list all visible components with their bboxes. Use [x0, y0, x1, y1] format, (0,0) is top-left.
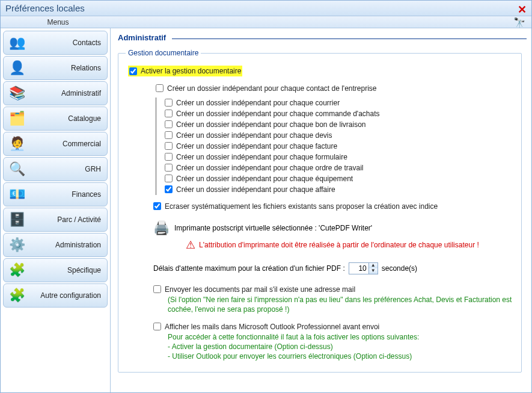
- checkbox-label: Ecraser systématiquement les fichiers ex…: [165, 201, 438, 212]
- checkbox-label: Envoyer les documents par mail s'il exis…: [165, 284, 355, 295]
- checkbox-row-facture: Créer un dossier indépendant pour chaque…: [165, 141, 514, 152]
- contacts-icon: 👥: [7, 33, 26, 52]
- mail-note: (Si l'option "Ne rien faire si l'impress…: [168, 295, 514, 314]
- title-underline: [172, 39, 527, 39]
- checkbox-row-affaire: Créer un dossier indépendant pour chaque…: [165, 184, 514, 195]
- spinner-down-icon[interactable]: ▼: [369, 268, 378, 274]
- specifique-icon: 🧩: [7, 261, 26, 280]
- sidebar-item-label: Administration: [30, 241, 103, 249]
- title-bar: Préférences locales ✕: [1, 1, 531, 16]
- checkbox-send-mail[interactable]: [153, 285, 161, 293]
- checkbox-row-activate: Activer la gestion documentaire: [128, 66, 242, 76]
- sidebar-item-label: Contacts: [30, 39, 103, 47]
- checkbox-per-type[interactable]: [165, 110, 173, 117]
- sidebar-item-label: GRH: [30, 165, 103, 173]
- checkbox-row-bon-livraison: Créer un dossier indépendant pour chaque…: [165, 119, 514, 130]
- checkbox-per-type[interactable]: [165, 175, 173, 182]
- outlook-note-line1: - Activer la gestion documentaire (Optio…: [168, 342, 514, 351]
- checkbox-label: Créer un dossier indépendant pour chaque…: [176, 108, 380, 119]
- sidebar-item-label: Finances: [30, 190, 103, 199]
- checkbox-label: Afficher les mails dans Microsoft Outloo…: [165, 321, 379, 332]
- parc-icon: 🗄️: [7, 210, 26, 229]
- catalogue-icon: 🗂️: [7, 109, 26, 128]
- sidebar-item-relations[interactable]: 👤 Relations: [3, 56, 108, 80]
- close-icon[interactable]: ✕: [518, 3, 527, 16]
- sidebar-item-catalogue[interactable]: 🗂️ Catalogue: [3, 107, 108, 131]
- checkbox-per-type[interactable]: [165, 153, 173, 161]
- printer-warning-row: ⚠ L'attribution d'imprimante doit être r…: [186, 238, 514, 252]
- checkbox-per-type[interactable]: [165, 131, 173, 139]
- sidebar-item-label: Autre configuration: [30, 291, 103, 300]
- checkbox-per-type[interactable]: [165, 142, 173, 150]
- checkbox-label: Créer un dossier indépendant pour chaque…: [176, 130, 332, 141]
- checkbox-row-contact-folder: Créer un dossier indépendant pour chaque…: [156, 83, 514, 94]
- autre-config-icon: 🧩: [7, 286, 26, 305]
- sidebar-item-administratif[interactable]: 📚 Administratif: [3, 81, 108, 105]
- checkbox-row-devis: Créer un dossier indépendant pour chaque…: [165, 130, 514, 141]
- sidebar-item-contacts[interactable]: 👥 Contacts: [3, 31, 108, 55]
- checkbox-per-type[interactable]: [165, 99, 173, 107]
- checkbox-per-type[interactable]: [165, 185, 173, 193]
- search-icon[interactable]: 🔭: [513, 17, 525, 28]
- delay-label-before: Délais d'attente maximum pour la créatio…: [153, 264, 345, 273]
- printer-row: 🖨️ Imprimante postscript virtuelle sélec…: [153, 220, 514, 236]
- sidebar-item-administration[interactable]: ⚙️ Administration: [3, 233, 108, 257]
- warning-icon: ⚠: [186, 238, 195, 252]
- delay-row: Délais d'attente maximum pour la créatio…: [153, 262, 514, 274]
- finances-icon: 💶: [7, 185, 26, 204]
- sidebar-item-label: Relations: [30, 64, 103, 72]
- sidebar-item-finances[interactable]: 💶 Finances: [3, 182, 108, 206]
- sidebar-item-autre-configuration[interactable]: 🧩 Autre configuration: [3, 283, 108, 308]
- grh-icon: 🔍: [7, 159, 26, 179]
- checkbox-label: Créer un dossier indépendant pour chaque…: [176, 173, 353, 184]
- sidebar-item-label: Catalogue: [30, 114, 103, 123]
- sidebar-item-parc-activite[interactable]: 🗄️ Parc / Activité: [3, 208, 108, 232]
- checkbox-row-send-mail: Envoyer les documents par mail s'il exis…: [153, 284, 514, 295]
- sidebar: 👥 Contacts 👤 Relations 📚 Administratif 🗂…: [1, 28, 111, 392]
- checkbox-row-ordre-travail: Créer un dossier indépendant pour chaque…: [165, 162, 514, 173]
- group-gestion-documentaire: Gestion documentaire Activer la gestion …: [118, 49, 522, 373]
- checkbox-row-outlook-preview: Afficher les mails dans Microsoft Outloo…: [153, 321, 514, 332]
- checkbox-overwrite[interactable]: [153, 202, 161, 210]
- group-legend: Gestion documentaire: [126, 49, 201, 57]
- delay-spinner[interactable]: ▲ ▼: [349, 262, 378, 274]
- administratif-icon: 📚: [7, 84, 26, 103]
- page-title: Administratif: [118, 33, 166, 42]
- per-type-block: Créer un dossier indépendant pour chaque…: [156, 97, 514, 195]
- sidebar-item-grh[interactable]: 🔍 GRH: [3, 157, 108, 181]
- printer-icon: 🖨️: [153, 220, 170, 236]
- checkbox-label: Créer un dossier indépendant pour chaque…: [176, 162, 364, 173]
- outlook-note: Pour accéder à cette fonctionnalité il f…: [168, 332, 514, 361]
- sidebar-item-label: Spécifique: [30, 266, 103, 274]
- checkbox-label: Créer un dossier indépendant pour chaque…: [176, 119, 366, 130]
- sidebar-item-specifique[interactable]: 🧩 Spécifique: [3, 258, 108, 282]
- sidebar-item-label: Administratif: [30, 89, 103, 97]
- sidebar-item-label: Parc / Activité: [30, 215, 103, 224]
- main-panel: Administratif Gestion documentaire Activ…: [111, 28, 531, 392]
- checkbox-row-courrier: Créer un dossier indépendant pour chaque…: [165, 97, 514, 108]
- checkbox-activate-gestion[interactable]: [129, 67, 137, 75]
- checkbox-per-type[interactable]: [165, 120, 173, 128]
- checkbox-label: Activer la gestion documentaire: [141, 66, 241, 76]
- checkbox-row-overwrite: Ecraser systématiquement les fichiers ex…: [153, 201, 514, 212]
- outlook-note-title: Pour accéder à cette fonctionnalité il f…: [168, 332, 514, 342]
- checkbox-contact-folder[interactable]: [156, 84, 164, 92]
- menus-button[interactable]: Menus: [5, 18, 111, 26]
- checkbox-row-equipement: Créer un dossier indépendant pour chaque…: [165, 173, 514, 184]
- sidebar-item-label: Commercial: [30, 140, 103, 148]
- sidebar-item-commercial[interactable]: 🧑‍💼 Commercial: [3, 132, 108, 156]
- checkbox-outlook-preview[interactable]: [153, 323, 161, 330]
- delay-input[interactable]: [349, 263, 368, 274]
- menu-bar: Menus 🔭: [1, 16, 531, 28]
- checkbox-per-type[interactable]: [165, 164, 173, 172]
- printer-label: Imprimante postscript virtuelle sélectio…: [174, 224, 372, 232]
- checkbox-row-commande-achats: Créer un dossier indépendant pour chaque…: [165, 108, 514, 119]
- commercial-icon: 🧑‍💼: [7, 134, 26, 153]
- checkbox-row-formulaire: Créer un dossier indépendant pour chaque…: [165, 152, 514, 162]
- relations-icon: 👤: [7, 58, 26, 78]
- checkbox-label: Créer un dossier indépendant pour chaque…: [176, 97, 340, 108]
- outlook-note-line2: - Utiliser Outlook pour envoyer les cour…: [168, 351, 514, 361]
- content-scroll[interactable]: Gestion documentaire Activer la gestion …: [118, 49, 527, 388]
- window-title: Préférences locales: [5, 3, 85, 13]
- checkbox-label: Créer un dossier indépendant pour chaque…: [176, 184, 335, 195]
